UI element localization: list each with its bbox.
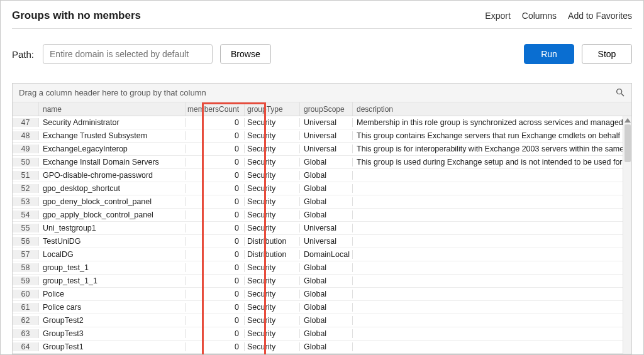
row-number: 63 — [13, 329, 39, 338]
col-header-grouptype[interactable]: groupType — [245, 102, 300, 116]
cell-name: group_test_1 — [39, 263, 186, 272]
cell-description: Membership in this role group is synchro… — [353, 118, 623, 127]
cell-name: gpo_apply_block_control_panel — [39, 210, 186, 219]
cell-grouptype: Security — [245, 224, 300, 232]
stop-button[interactable]: Stop — [582, 44, 632, 64]
cell-groupscope: Global — [300, 290, 353, 298]
row-number: 51 — [13, 171, 39, 180]
col-header-groupscope[interactable]: groupScope — [300, 102, 353, 116]
row-number: 56 — [13, 237, 39, 246]
table-row[interactable]: 47Security Administrator0SecurityUnivers… — [13, 116, 631, 129]
cell-memberscount: 0 — [186, 118, 245, 127]
cell-name: gpo_desktop_shortcut — [39, 184, 186, 193]
group-by-hint: Drag a column header here to group by th… — [19, 88, 206, 97]
cell-groupscope: Global — [300, 197, 353, 206]
row-number: 47 — [13, 118, 39, 127]
cell-name: Uni_testgroup1 — [39, 224, 186, 232]
cell-name: LocalDG — [39, 250, 186, 259]
export-link[interactable]: Export — [485, 11, 510, 21]
col-header-description[interactable]: description — [353, 102, 623, 116]
vertical-scrollbar[interactable] — [623, 116, 631, 354]
table-row[interactable]: 53gpo_deny_block_control_panel0SecurityG… — [13, 195, 631, 209]
row-number: 49 — [13, 145, 39, 153]
cell-name: GroupTest2 — [39, 316, 186, 325]
cell-name: GroupTest1 — [39, 342, 186, 351]
cell-groupscope: Universal — [300, 131, 353, 140]
table-row[interactable]: 48Exchange Trusted Subsystem0SecurityUni… — [13, 129, 631, 143]
cell-name: Exchange Trusted Subsystem — [39, 131, 186, 140]
add-favorites-link[interactable]: Add to Favorites — [568, 11, 632, 21]
table-row[interactable]: 55Uni_testgroup10SecurityUniversal — [13, 222, 631, 235]
cell-groupscope: Universal — [300, 237, 353, 246]
path-input[interactable] — [43, 44, 213, 64]
table-row[interactable]: 58group_test_10SecurityGlobal — [13, 261, 631, 275]
search-icon[interactable] — [615, 87, 625, 97]
cell-grouptype: Security — [245, 276, 300, 285]
cell-description: This group is used during Exchange setup… — [353, 158, 623, 167]
cell-groupscope: DomainLocal — [300, 250, 353, 259]
browse-button[interactable]: Browse — [220, 44, 271, 64]
cell-grouptype: Security — [245, 316, 300, 325]
cell-grouptype: Security — [245, 131, 300, 140]
cell-name: GPO-disable-chrome-password — [39, 171, 186, 180]
table-row[interactable]: 50Exchange Install Domain Servers0Securi… — [13, 156, 631, 169]
col-header-name[interactable]: name — [39, 102, 186, 116]
cell-grouptype: Security — [245, 329, 300, 338]
row-number: 53 — [13, 197, 39, 206]
cell-groupscope: Global — [300, 210, 353, 219]
cell-memberscount: 0 — [186, 210, 245, 219]
table-row[interactable]: 63GroupTest30SecurityGlobal — [13, 327, 631, 341]
cell-description: This group contains Exchange servers tha… — [353, 131, 623, 140]
table-row[interactable]: 52gpo_desktop_shortcut0SecurityGlobal — [13, 182, 631, 195]
cell-memberscount: 0 — [186, 171, 245, 180]
columns-link[interactable]: Columns — [522, 11, 557, 21]
row-number: 64 — [13, 342, 39, 351]
cell-name: group_test_1_1 — [39, 276, 186, 285]
row-number: 62 — [13, 316, 39, 325]
cell-grouptype: Security — [245, 184, 300, 193]
cell-memberscount: 0 — [186, 250, 245, 259]
table-row[interactable]: 54gpo_apply_block_control_panel0Security… — [13, 209, 631, 222]
table-row[interactable]: 51GPO-disable-chrome-password0SecurityGl… — [13, 169, 631, 182]
cell-description: This group is for interoperability with … — [353, 145, 623, 153]
cell-grouptype: Security — [245, 158, 300, 167]
row-number: 55 — [13, 224, 39, 232]
cell-grouptype: Distribution — [245, 237, 300, 246]
table-row[interactable]: 64GroupTest10SecurityGlobal — [13, 341, 631, 354]
cell-grouptype: Security — [245, 263, 300, 272]
cell-memberscount: 0 — [186, 263, 245, 272]
cell-grouptype: Security — [245, 171, 300, 180]
cell-groupscope: Global — [300, 342, 353, 351]
table-row[interactable]: 59group_test_1_10SecurityGlobal — [13, 275, 631, 288]
cell-groupscope: Global — [300, 263, 353, 272]
cell-memberscount: 0 — [186, 158, 245, 167]
cell-groupscope: Universal — [300, 145, 353, 153]
svg-point-0 — [617, 89, 622, 94]
table-row[interactable]: 49ExchangeLegacyInterop0SecurityUniversa… — [13, 143, 631, 156]
col-header-memberscount[interactable]: membersCount — [186, 102, 245, 116]
header-divider — [12, 28, 632, 29]
cell-groupscope: Global — [300, 158, 353, 167]
cell-memberscount: 0 — [186, 237, 245, 246]
cell-name: TestUniDG — [39, 237, 186, 246]
cell-groupscope: Global — [300, 184, 353, 193]
scroll-up-icon[interactable] — [625, 118, 631, 123]
row-number: 61 — [13, 303, 39, 312]
table-row[interactable]: 60Police0SecurityGlobal — [13, 288, 631, 301]
table-row[interactable]: 61Police cars0SecurityGlobal — [13, 301, 631, 314]
scroll-thumb[interactable] — [625, 124, 631, 162]
cell-name: ExchangeLegacyInterop — [39, 145, 186, 153]
cell-memberscount: 0 — [186, 290, 245, 298]
table-row[interactable]: 57LocalDG0DistributionDomainLocal — [13, 248, 631, 261]
row-number: 48 — [13, 131, 39, 140]
row-number: 57 — [13, 250, 39, 259]
cell-name: gpo_deny_block_control_panel — [39, 197, 186, 206]
cell-grouptype: Security — [245, 290, 300, 298]
run-button[interactable]: Run — [524, 44, 574, 64]
cell-groupscope: Global — [300, 316, 353, 325]
row-number: 60 — [13, 290, 39, 298]
cell-memberscount: 0 — [186, 224, 245, 232]
table-row[interactable]: 62GroupTest20SecurityGlobal — [13, 314, 631, 327]
page-title: Groups with no members — [12, 9, 141, 22]
table-row[interactable]: 56TestUniDG0DistributionUniversal — [13, 235, 631, 248]
